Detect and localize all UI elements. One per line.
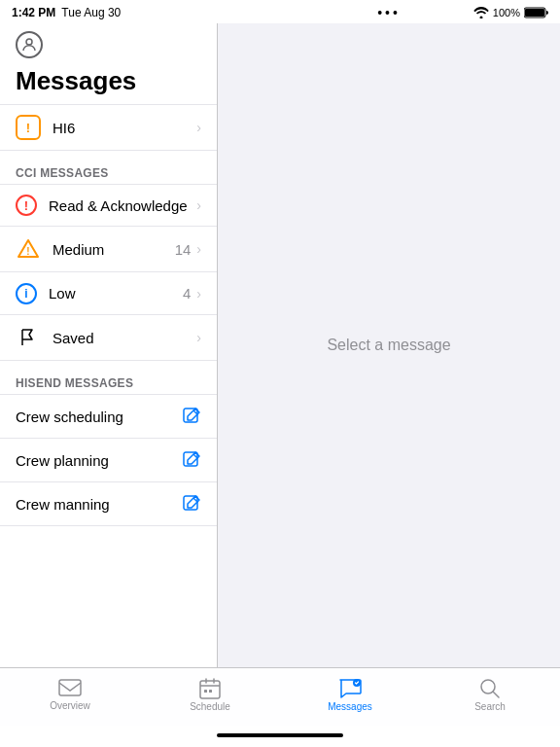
tab-schedule-label: Schedule — [190, 701, 230, 712]
medium-count: 14 — [175, 241, 192, 258]
compose-icon — [182, 407, 201, 426]
cci-label-read-acknowledge: Read & Acknowledge — [49, 197, 196, 214]
chevron-icon: › — [196, 286, 201, 302]
compose-icon — [182, 450, 201, 470]
crew-manning-label: Crew manning — [16, 496, 182, 513]
cci-label-medium: Medium — [52, 241, 175, 258]
chevron-icon: › — [196, 241, 201, 257]
hisend-list: Crew scheduling Crew planning Crew man — [0, 394, 217, 526]
svg-rect-1 — [525, 9, 544, 17]
hi6-chevron: › — [196, 120, 201, 135]
tab-schedule[interactable]: Schedule — [140, 678, 280, 712]
svg-point-2 — [26, 39, 32, 45]
svg-rect-10 — [209, 690, 212, 693]
tab-search-label: Search — [474, 701, 506, 712]
cci-section-header: CCI messages — [0, 151, 217, 184]
tab-messages[interactable]: Messages — [280, 678, 420, 712]
hi6-badge: ! — [16, 115, 41, 140]
profile-area — [0, 23, 217, 62]
tab-bar: Overview Schedule Messages Search — [0, 667, 560, 726]
left-panel: Messages ! HI6 › CCI messages ! Read & A… — [0, 23, 218, 667]
select-message-placeholder: Select a message — [327, 337, 450, 354]
hi6-label: HI6 — [52, 120, 196, 136]
cci-item-low[interactable]: i Low 4 › — [0, 272, 217, 315]
status-indicators: 100% — [473, 7, 548, 18]
tab-overview-label: Overview — [50, 700, 90, 711]
cci-item-medium[interactable]: ! Medium 14 › — [0, 227, 217, 272]
tab-messages-label: Messages — [328, 701, 372, 712]
svg-rect-9 — [204, 690, 207, 693]
status-date: Tue Aug 30 — [61, 6, 121, 19]
page-title: Messages — [0, 62, 217, 104]
message-icon — [338, 678, 362, 699]
crew-planning-label: Crew planning — [16, 452, 182, 469]
cci-label-low: Low — [49, 285, 183, 302]
wifi-icon — [473, 7, 489, 18]
chevron-icon: › — [196, 330, 201, 345]
tab-overview[interactable]: Overview — [0, 679, 140, 711]
cci-item-saved[interactable]: Saved › — [0, 315, 217, 361]
cci-list: ! Read & Acknowledge › ! Medium 14 › i — [0, 184, 217, 361]
hisend-item-crew-scheduling[interactable]: Crew scheduling — [0, 395, 217, 439]
flag-icon — [16, 325, 41, 350]
crew-scheduling-label: Crew scheduling — [16, 409, 182, 425]
search-icon — [479, 678, 501, 699]
low-count: 4 — [183, 285, 191, 302]
hisend-item-crew-manning[interactable]: Crew manning — [0, 482, 217, 526]
chevron-icon: › — [196, 197, 201, 213]
profile-icon[interactable] — [16, 31, 43, 58]
battery-icon — [524, 7, 548, 18]
calendar-icon — [199, 678, 221, 699]
exclamation-red-icon: ! — [16, 195, 37, 216]
cci-item-read-acknowledge[interactable]: ! Read & Acknowledge › — [0, 184, 217, 227]
hi6-item[interactable]: ! HI6 › — [0, 104, 217, 151]
svg-rect-7 — [59, 680, 81, 695]
info-blue-icon: i — [16, 283, 37, 304]
svg-text:!: ! — [26, 246, 29, 257]
battery-percent: 100% — [493, 7, 520, 18]
status-time: 1:42 PM — [12, 6, 55, 19]
status-bar: 1:42 PM Tue Aug 30 100% — [0, 0, 560, 23]
envelope-icon — [58, 679, 82, 698]
warning-yellow-icon: ! — [16, 236, 41, 262]
compose-icon — [182, 494, 201, 514]
hisend-item-crew-planning[interactable]: Crew planning — [0, 439, 217, 482]
right-panel: Select a message — [218, 23, 560, 667]
tab-search[interactable]: Search — [420, 678, 560, 712]
home-indicator — [217, 733, 343, 737]
three-dots: ••• — [377, 5, 401, 20]
hisend-section-header: HISEND messages — [0, 361, 217, 394]
cci-label-saved: Saved — [52, 330, 196, 346]
